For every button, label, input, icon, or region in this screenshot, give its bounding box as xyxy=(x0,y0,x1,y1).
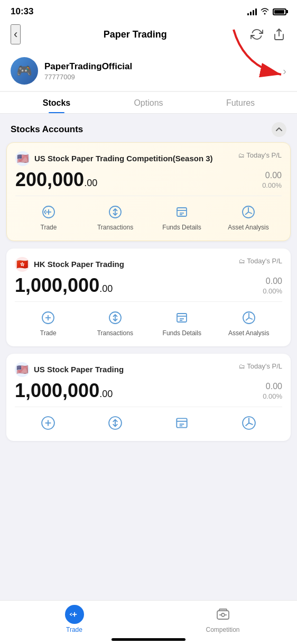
status-icons xyxy=(247,7,286,16)
trade-icon-1 xyxy=(40,204,57,220)
balance-2: 1,000,000.00 xyxy=(15,276,113,295)
nav-header: ‹ Paper Trading xyxy=(0,19,297,51)
trade-nav-icon xyxy=(65,605,84,624)
funds-icon-2 xyxy=(173,309,190,326)
transactions-button-2[interactable]: Transactions xyxy=(82,309,149,337)
transactions-icon-2 xyxy=(107,309,124,326)
back-button[interactable]: ‹ xyxy=(11,24,21,44)
pl-pct-1: 0.00% xyxy=(262,181,282,189)
tabs-container: Stocks Options Futures xyxy=(0,92,297,114)
nav-trade[interactable]: Trade xyxy=(0,605,148,633)
trade-label-1: Trade xyxy=(41,224,57,231)
pl-values-2: 0.00 0.00% xyxy=(263,277,282,295)
balance-row-2: 1,000,000.00 0.00 0.00% xyxy=(15,276,282,295)
funds-label-2: Funds Details xyxy=(163,329,201,337)
avatar: 🎮 xyxy=(11,57,38,85)
analysis-label-2: Asset Analysis xyxy=(228,329,269,337)
collapse-button[interactable] xyxy=(272,122,286,137)
account-title-3: US Stock Paper Trading xyxy=(34,364,124,375)
analysis-button-2[interactable]: Asset Analysis xyxy=(216,309,283,337)
balance-row-1: 200,000.00 0.00 0.00% xyxy=(15,170,282,189)
flag-us-icon: 🇺🇸 xyxy=(15,151,30,166)
analysis-icon-2 xyxy=(240,309,257,326)
section-header: Stocks Accounts xyxy=(0,114,297,142)
signal-icon xyxy=(247,8,257,15)
svg-point-36 xyxy=(221,613,225,617)
pl-value-1: 0.00 xyxy=(262,171,282,180)
funds-icon-1 xyxy=(173,204,190,220)
funds-button-3[interactable] xyxy=(148,415,216,431)
nav-competition[interactable]: Competition xyxy=(148,605,297,633)
transactions-label-2: Transactions xyxy=(97,329,133,337)
profile-chevron-icon[interactable]: › xyxy=(283,65,286,77)
card-actions-1: Trade Transactions xyxy=(15,196,282,232)
balance-3: 1,000,000.00 xyxy=(15,381,113,400)
status-time: 10:33 xyxy=(11,6,33,17)
status-bar: 10:33 xyxy=(0,0,297,19)
section-title: Stocks Accounts xyxy=(11,124,83,135)
transactions-label-1: Transactions xyxy=(97,224,133,231)
battery-icon xyxy=(273,8,286,15)
account-card-us-competition: 🇺🇸 US Stock Paper Trading Competition(Se… xyxy=(6,142,291,241)
profile-name: PaperTradingOfficial xyxy=(44,61,283,72)
wifi-icon xyxy=(260,7,270,16)
pl-label-3: 🗂 Today's P/L xyxy=(239,362,282,370)
profile-row[interactable]: 🎮 PaperTradingOfficial 77777009 › xyxy=(0,51,297,91)
balance-1: 200,000.00 xyxy=(15,170,97,189)
svg-rect-35 xyxy=(217,611,229,619)
trade-button-2[interactable]: Trade xyxy=(15,309,82,337)
bottom-nav: Trade Competition xyxy=(0,600,297,644)
pl-values-3: 0.00 0.00% xyxy=(263,382,282,400)
trade-icon-3 xyxy=(40,415,57,431)
funds-label-1: Funds Details xyxy=(162,224,201,231)
analysis-button-1[interactable]: Asset Analysis xyxy=(215,204,282,231)
card-actions-2: Trade Transactions xyxy=(15,301,282,338)
flag-us2-icon: 🇺🇸 xyxy=(15,362,30,377)
transactions-button-3[interactable] xyxy=(82,415,149,431)
trade-icon-2 xyxy=(40,309,57,326)
nav-competition-label: Competition xyxy=(206,626,239,633)
pl-value-2: 0.00 xyxy=(263,277,282,286)
balance-row-3: 1,000,000.00 0.00 0.00% xyxy=(15,381,282,400)
trade-button-3[interactable] xyxy=(15,415,82,431)
account-card-hk-stock: 🇭🇰 HK Stock Paper Trading 🗂 Today's P/L … xyxy=(6,249,291,346)
card-actions-3 xyxy=(15,407,282,433)
analysis-icon-3 xyxy=(240,415,257,431)
tab-stocks[interactable]: Stocks xyxy=(11,92,103,113)
funds-button-1[interactable]: Funds Details xyxy=(148,204,215,231)
funds-icon-3 xyxy=(173,415,190,431)
refresh-button[interactable] xyxy=(249,27,264,42)
account-title-2: HK Stock Paper Trading xyxy=(34,259,124,270)
transactions-icon-3 xyxy=(107,415,124,431)
tab-options[interactable]: Options xyxy=(103,92,194,113)
pl-values-1: 0.00 0.00% xyxy=(262,171,282,189)
share-button[interactable] xyxy=(272,27,286,42)
pl-pct-3: 0.00% xyxy=(263,392,282,400)
pl-pct-2: 0.00% xyxy=(263,287,282,295)
pl-label-2: 🗂 Today's P/L xyxy=(239,257,282,265)
profile-info: PaperTradingOfficial 77777009 xyxy=(44,61,283,81)
nav-trade-label: Trade xyxy=(66,626,82,633)
account-card-us-stock: 🇺🇸 US Stock Paper Trading 🗂 Today's P/L … xyxy=(6,354,291,441)
home-indicator xyxy=(112,638,185,641)
analysis-button-3[interactable] xyxy=(216,415,283,431)
card-header-1: 🇺🇸 US Stock Paper Trading Competition(Se… xyxy=(15,151,282,166)
account-title-1: US Stock Paper Trading Competition(Seaso… xyxy=(34,153,213,164)
funds-button-2[interactable]: Funds Details xyxy=(148,309,216,337)
card-header-3: 🇺🇸 US Stock Paper Trading 🗂 Today's P/L xyxy=(15,362,282,377)
tab-futures[interactable]: Futures xyxy=(194,92,286,113)
profile-id: 77777009 xyxy=(44,73,283,81)
analysis-icon-1 xyxy=(240,204,257,220)
transactions-icon-1 xyxy=(107,204,124,220)
trade-label-2: Trade xyxy=(40,329,57,337)
flag-hk-icon: 🇭🇰 xyxy=(15,257,30,272)
trade-button-1[interactable]: Trade xyxy=(15,204,82,231)
pl-value-3: 0.00 xyxy=(263,382,282,391)
nav-actions xyxy=(249,27,286,42)
pl-label-1: 🗂 Today's P/L xyxy=(238,151,282,159)
page-title: Paper Trading xyxy=(104,29,167,40)
transactions-button-1[interactable]: Transactions xyxy=(82,204,148,231)
analysis-label-1: Asset Analysis xyxy=(228,224,268,231)
card-header-2: 🇭🇰 HK Stock Paper Trading 🗂 Today's P/L xyxy=(15,257,282,272)
competition-nav-icon xyxy=(214,605,233,624)
